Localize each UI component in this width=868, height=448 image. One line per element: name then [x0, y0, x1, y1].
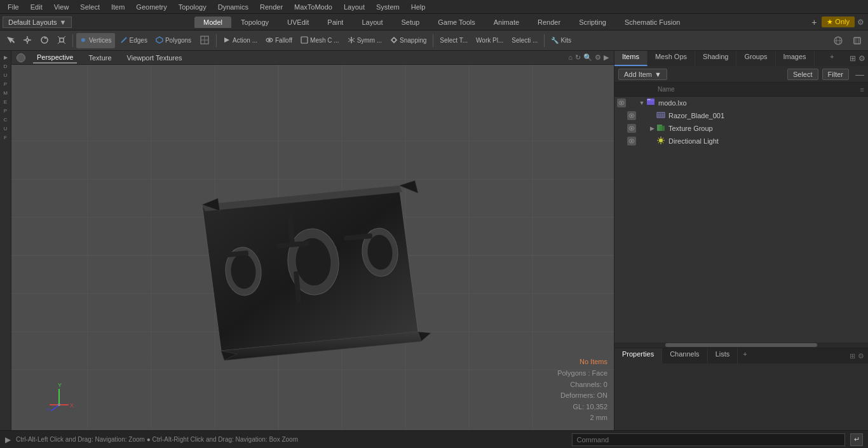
- prop-tab-channels[interactable]: Channels: [662, 348, 707, 363]
- tree-item-texture-group[interactable]: ▶ Texture Group: [614, 122, 868, 135]
- menu-edit[interactable]: Edit: [25, 2, 48, 12]
- select-tool-btn[interactable]: [3, 33, 18, 48]
- menu-layout[interactable]: Layout: [339, 2, 370, 12]
- mesh-c-btn[interactable]: Mesh C ...: [297, 33, 342, 48]
- status-arrow-btn[interactable]: ▶: [5, 435, 11, 444]
- viewport-tab-textures[interactable]: Viewport Textures: [123, 53, 186, 63]
- menu-geometry[interactable]: Geometry: [131, 2, 172, 12]
- selecti-btn[interactable]: Selecti ...: [508, 33, 541, 48]
- command-input[interactable]: [572, 433, 845, 446]
- panel-tab-images[interactable]: Images: [776, 51, 815, 66]
- falloff-btn[interactable]: Falloff: [262, 33, 295, 48]
- viewport-canvas[interactable]: Y X Z No Items Polygons : Face Channels:…: [11, 65, 614, 430]
- items-collapse-icon[interactable]: —: [855, 69, 864, 79]
- sidebar-icon-10[interactable]: F: [1, 133, 11, 141]
- mode-tab-render[interactable]: Render: [529, 17, 569, 28]
- viewport-sync-btn[interactable]: ↻: [575, 53, 581, 62]
- menu-maxtomode[interactable]: MaxToModo: [289, 2, 337, 12]
- sidebar-icon-8[interactable]: C: [1, 116, 11, 123]
- sidebar-icon-2[interactable]: D: [1, 62, 11, 70]
- panel-tab-shading[interactable]: Shading: [695, 51, 736, 66]
- tree-item-razor-blade[interactable]: Razor_Blade_001: [614, 109, 868, 122]
- sidebar-icon-9[interactable]: U: [1, 125, 11, 132]
- prop-tab-add[interactable]: +: [738, 348, 752, 363]
- mode-tab-setup[interactable]: Setup: [392, 17, 428, 28]
- sidebar-icon-5[interactable]: M: [1, 89, 11, 97]
- eye-btn-texture[interactable]: [627, 124, 636, 133]
- menu-topology[interactable]: Topology: [173, 2, 212, 12]
- eye-btn-modo-lxo[interactable]: [617, 98, 626, 107]
- viewport-globe-btn[interactable]: [830, 33, 846, 48]
- command-run-button[interactable]: ↵: [850, 433, 863, 446]
- mode-tab-topology[interactable]: Topology: [232, 17, 278, 28]
- viewport-zoom-btn[interactable]: 🔍: [583, 53, 592, 62]
- menu-view[interactable]: View: [49, 2, 74, 12]
- mode-tab-layout[interactable]: Layout: [353, 17, 391, 28]
- add-mode-button[interactable]: +: [809, 17, 819, 27]
- menu-file[interactable]: File: [3, 2, 24, 12]
- viewport-settings-btn[interactable]: ⚙: [595, 53, 601, 62]
- panel-settings-icon[interactable]: ⚙: [858, 54, 865, 63]
- menu-render[interactable]: Render: [255, 2, 288, 12]
- mode-tab-paint[interactable]: Paint: [318, 17, 352, 28]
- viewport-expand-btn[interactable]: ▶: [604, 53, 609, 62]
- menu-item[interactable]: Item: [106, 2, 130, 12]
- eye-btn-light[interactable]: [627, 137, 636, 146]
- sidebar-icon-3[interactable]: U: [1, 71, 11, 79]
- tree-item-directional-light[interactable]: Directional Light: [614, 135, 868, 147]
- sidebar-icon-6[interactable]: E: [1, 98, 11, 105]
- viewport-menu-btn[interactable]: [17, 53, 25, 62]
- sidebar-icon-1[interactable]: ▶: [1, 53, 11, 61]
- menu-help[interactable]: Help: [406, 2, 431, 12]
- viewport-home-btn[interactable]: ⌂: [568, 53, 573, 62]
- layout-dropdown[interactable]: Default Layouts ▼: [3, 17, 72, 28]
- prop-tab-lists[interactable]: Lists: [708, 348, 738, 363]
- expand-arrow-modo[interactable]: ▼: [637, 100, 646, 106]
- polygons-btn[interactable]: Polygons: [153, 33, 194, 48]
- mode-tab-schematic[interactable]: Schematic Fusion: [616, 17, 689, 28]
- prop-settings-icon[interactable]: ⚙: [858, 352, 864, 360]
- viewport-tab-texture[interactable]: Texture: [85, 53, 115, 63]
- star-only-button[interactable]: ★ Only: [822, 17, 855, 27]
- vertices-btn[interactable]: Vertices: [76, 33, 115, 48]
- mode-tab-uvedit[interactable]: UVEdit: [278, 17, 318, 28]
- items-filter-button[interactable]: Filter: [822, 69, 849, 80]
- mode-tab-model[interactable]: Model: [194, 17, 231, 28]
- settings-icon[interactable]: ⚙: [857, 18, 864, 27]
- mesh-icon-btn[interactable]: [196, 33, 213, 48]
- kits-btn[interactable]: 🔧 Kits: [548, 33, 574, 48]
- items-select-button[interactable]: Select: [787, 69, 818, 80]
- menu-select[interactable]: Select: [75, 2, 105, 12]
- sidebar-icon-7[interactable]: P: [1, 107, 11, 114]
- panel-tab-groups[interactable]: Groups: [736, 51, 775, 66]
- work-pl-btn[interactable]: Work Pl...: [473, 33, 506, 48]
- mode-tab-gametools[interactable]: Game Tools: [429, 17, 484, 28]
- select-t-btn[interactable]: Select T...: [437, 33, 471, 48]
- menu-dynamics[interactable]: Dynamics: [213, 2, 254, 12]
- header-filter-icon[interactable]: ≡: [860, 86, 864, 93]
- items-scrollbar[interactable]: [614, 343, 868, 348]
- viewport-maximize-btn[interactable]: [849, 33, 865, 48]
- rotate-tool-btn[interactable]: [37, 33, 52, 48]
- transform-tool-btn[interactable]: [20, 33, 35, 48]
- edges-btn[interactable]: Edges: [117, 33, 151, 48]
- sidebar-icon-4[interactable]: P: [1, 80, 11, 88]
- expand-arrow-texture[interactable]: ▶: [648, 125, 656, 132]
- mode-tab-scripting[interactable]: Scripting: [570, 17, 615, 28]
- prop-expand-icon[interactable]: ⊞: [850, 352, 855, 360]
- add-item-button[interactable]: Add Item ▼: [618, 69, 667, 80]
- viewport-tab-perspective[interactable]: Perspective: [33, 52, 77, 64]
- snapping-btn[interactable]: Snapping: [387, 33, 430, 48]
- action-btn[interactable]: Action ...: [220, 33, 261, 48]
- symm-btn[interactable]: Symm ...: [344, 33, 385, 48]
- scale-tool-btn[interactable]: [54, 33, 69, 48]
- prop-tab-properties[interactable]: Properties: [614, 348, 662, 363]
- mode-tab-animate[interactable]: Animate: [485, 17, 528, 28]
- panel-tab-mesh-ops[interactable]: Mesh Ops: [648, 51, 695, 66]
- tree-item-modo-lxo[interactable]: ▼ modo.lxo: [614, 97, 868, 109]
- panel-expand-icon[interactable]: ⊞: [850, 54, 856, 63]
- menu-system[interactable]: System: [371, 2, 405, 12]
- eye-btn-razor[interactable]: [627, 111, 636, 120]
- panel-tab-items[interactable]: Items: [614, 51, 648, 66]
- panel-tab-add[interactable]: +: [825, 51, 839, 66]
